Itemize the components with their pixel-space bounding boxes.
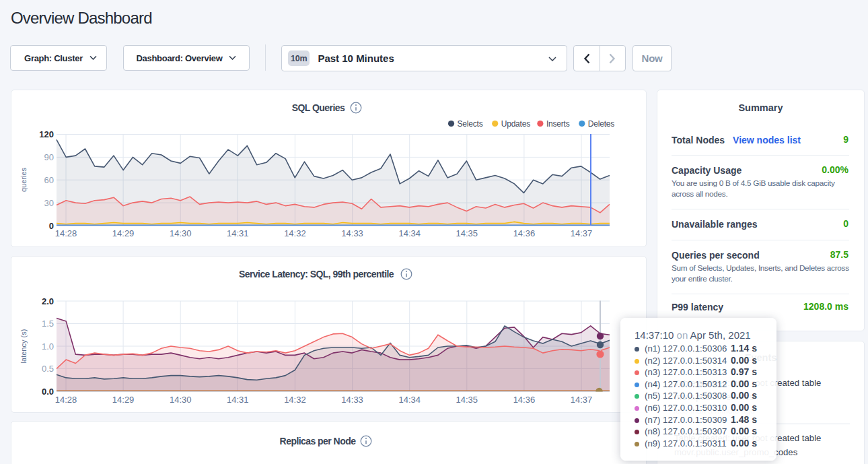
svg-text:14:35: 14:35 <box>456 395 478 405</box>
svg-text:latency (s): latency (s) <box>20 329 28 364</box>
svg-text:Inserts: Inserts <box>546 119 570 129</box>
svg-text:0.0: 0.0 <box>42 387 54 397</box>
svg-text:Service Latency: SQL, 99th per: Service Latency: SQL, 99th percentile <box>239 269 394 279</box>
svg-text:14:29: 14:29 <box>112 395 135 405</box>
svg-text:120: 120 <box>39 129 54 139</box>
svg-text:90: 90 <box>44 152 54 162</box>
svg-text:14:34: 14:34 <box>398 228 421 238</box>
svg-text:14:30: 14:30 <box>170 395 192 405</box>
svg-text:14:37: 14:37 <box>571 228 593 238</box>
svg-text:1.5: 1.5 <box>42 319 54 329</box>
svg-text:14:30: 14:30 <box>170 228 192 238</box>
svg-text:Replicas per Node: Replicas per Node <box>280 436 357 446</box>
svg-text:60: 60 <box>44 175 54 185</box>
svg-text:2.0: 2.0 <box>42 296 54 306</box>
svg-text:Selects: Selects <box>458 119 483 129</box>
svg-text:30: 30 <box>44 198 54 208</box>
svg-text:14:34: 14:34 <box>398 395 421 405</box>
svg-text:14:33: 14:33 <box>341 395 363 405</box>
svg-text:1.0: 1.0 <box>42 341 54 352</box>
svg-text:14:35: 14:35 <box>456 228 478 238</box>
svg-text:14:37: 14:37 <box>571 395 593 405</box>
svg-text:0: 0 <box>49 221 54 231</box>
svg-text:14:29: 14:29 <box>112 228 135 238</box>
svg-text:14:36: 14:36 <box>513 228 536 238</box>
svg-text:Deletes: Deletes <box>588 119 614 129</box>
svg-text:14:31: 14:31 <box>227 395 249 405</box>
svg-text:14:33: 14:33 <box>341 228 363 238</box>
svg-text:0.5: 0.5 <box>42 364 54 374</box>
svg-text:14:28: 14:28 <box>55 228 77 238</box>
svg-text:Updates: Updates <box>501 119 530 129</box>
svg-text:14:28: 14:28 <box>55 395 77 405</box>
svg-text:14:32: 14:32 <box>284 395 306 405</box>
svg-text:14:36: 14:36 <box>513 395 536 405</box>
svg-text:queries: queries <box>20 167 28 192</box>
svg-text:SQL Queries: SQL Queries <box>292 102 345 113</box>
svg-text:14:31: 14:31 <box>227 228 249 238</box>
svg-text:14:32: 14:32 <box>284 228 306 238</box>
